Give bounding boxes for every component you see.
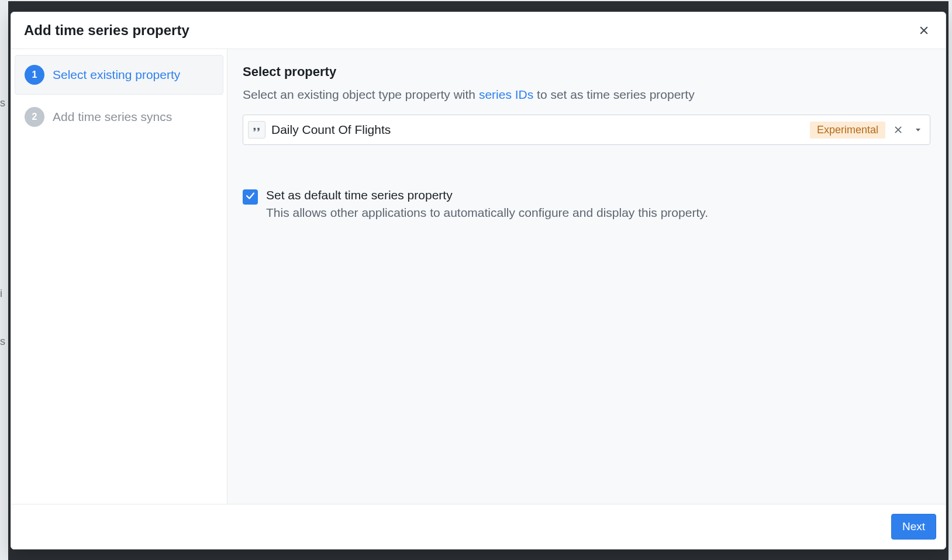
background-peek-text: i bbox=[0, 288, 2, 300]
property-select[interactable]: Daily Count Of Flights Experimental bbox=[243, 115, 930, 145]
step-number-badge: 1 bbox=[25, 65, 44, 85]
background-peek-text: s bbox=[0, 97, 5, 109]
modal-footer: Next bbox=[11, 504, 946, 549]
section-description: Select an existing object type property … bbox=[243, 88, 930, 102]
close-icon bbox=[919, 29, 929, 37]
modal-body: 1 Select existing property 2 Add time se… bbox=[11, 49, 946, 504]
checkbox-label: Set as default time series property bbox=[266, 188, 708, 202]
background-right-strip bbox=[948, 0, 952, 560]
caret-down-icon bbox=[913, 127, 923, 136]
experimental-tag: Experimental bbox=[810, 122, 885, 139]
default-time-series-option: Set as default time series property This… bbox=[243, 188, 930, 220]
background-peek-text: s bbox=[0, 336, 5, 348]
background-top-strip bbox=[0, 0, 952, 1]
modal-content: Select property Select an existing objec… bbox=[227, 49, 946, 504]
step-number-badge: 2 bbox=[25, 107, 44, 127]
dropdown-toggle-button[interactable] bbox=[911, 123, 925, 137]
desc-text-pre: Select an existing object type property … bbox=[243, 88, 479, 101]
x-icon bbox=[894, 127, 903, 136]
quote-icon bbox=[248, 121, 265, 139]
default-time-series-checkbox[interactable] bbox=[243, 189, 258, 205]
modal-title: Add time series property bbox=[24, 22, 189, 39]
step-add-time-series-syncs[interactable]: 2 Add time series syncs bbox=[15, 97, 223, 137]
next-button[interactable]: Next bbox=[891, 514, 936, 540]
step-label: Select existing property bbox=[53, 67, 180, 83]
property-select-value: Daily Count Of Flights bbox=[271, 123, 804, 137]
modal-header: Add time series property bbox=[11, 12, 946, 49]
step-select-existing-property[interactable]: 1 Select existing property bbox=[15, 55, 223, 95]
close-button[interactable] bbox=[915, 22, 933, 39]
checkbox-text-group: Set as default time series property This… bbox=[266, 188, 708, 220]
background-left-strip bbox=[0, 0, 8, 560]
section-title: Select property bbox=[243, 64, 930, 79]
clear-selection-button[interactable] bbox=[891, 123, 905, 137]
desc-text-post: to set as time series property bbox=[537, 88, 695, 101]
step-label: Add time series syncs bbox=[53, 109, 172, 125]
series-ids-link[interactable]: series IDs bbox=[479, 88, 533, 101]
checkbox-description: This allows other applications to automa… bbox=[266, 206, 708, 220]
stepper-sidebar: 1 Select existing property 2 Add time se… bbox=[11, 49, 227, 504]
check-icon bbox=[245, 191, 256, 203]
add-time-series-modal: Add time series property 1 Select existi… bbox=[11, 12, 946, 549]
